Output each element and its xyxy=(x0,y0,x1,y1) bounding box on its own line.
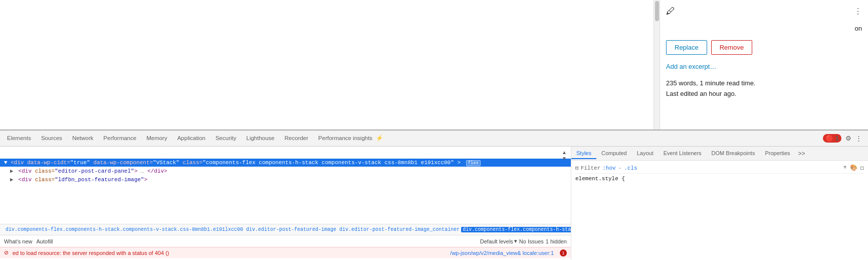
dom-scroll-up[interactable]: ▲ xyxy=(562,150,567,155)
tab-network[interactable]: Network xyxy=(67,132,98,145)
replace-button[interactable]: Replace xyxy=(666,40,707,55)
styles-panel: Styles Computed Layout Event Listeners D… xyxy=(571,147,868,260)
tab-sources[interactable]: Sources xyxy=(36,132,67,145)
post-word-count: 235 words, 1 minute read time. xyxy=(666,78,862,89)
more-options-icon[interactable]: ⋮ xyxy=(855,135,862,142)
styles-color-picker-icon[interactable]: 🎨 xyxy=(850,164,857,172)
error-badge: 🔴 1 xyxy=(823,134,841,143)
hidden-count-label: 1 hidden xyxy=(546,238,567,244)
dom-line-2[interactable]: ▶ <div class="editor-post-card-panel"> …… xyxy=(0,167,571,175)
styles-shadow-icon[interactable]: ◻ xyxy=(860,164,864,172)
editor-area xyxy=(0,0,660,129)
default-levels[interactable]: Default levels ▾ xyxy=(480,238,517,244)
tab-dom-breakpoints[interactable]: DOM Breakpoints xyxy=(707,148,760,159)
add-excerpt-link[interactable]: Add an excerpt… xyxy=(666,63,862,70)
sidebar-action-buttons: Replace Remove xyxy=(666,40,862,55)
filter-bar: What's new Autofill Default levels ▾ No … xyxy=(0,235,571,247)
flex-badge: flex xyxy=(466,160,481,166)
styles-filter-row: ⊟ Filter :hov · .cls + 🎨 ◻ xyxy=(575,163,864,174)
remove-button[interactable]: Remove xyxy=(711,40,752,55)
dom-tree: ▲ ▼ ▼ <div data-wp-c1dt="true" data-wp-c… xyxy=(0,147,571,260)
tab-performance[interactable]: Performance xyxy=(98,132,141,145)
styles-icons: + 🎨 ◻ xyxy=(843,164,864,172)
styles-tabs-more[interactable]: >> xyxy=(795,148,808,159)
filter-funnel-icon: ⊟ xyxy=(575,165,579,171)
devtools-right-icons: 🔴 1 ⚙ ⋮ xyxy=(823,134,866,143)
tab-event-listeners[interactable]: Event Listeners xyxy=(659,148,707,159)
styles-tabs: Styles Computed Layout Event Listeners D… xyxy=(571,147,868,161)
post-last-edited: Last edited an hour ago. xyxy=(666,89,862,99)
settings-icon[interactable]: ⚙ xyxy=(845,135,851,142)
error-link[interactable]: /wp-json/wp/v2/media_view& locale:user:1 xyxy=(450,250,554,256)
styles-plus-button[interactable]: + xyxy=(843,164,847,172)
sidebar-header: 🖊 ⋮ xyxy=(666,6,862,21)
tab-lighthouse[interactable]: Lighthouse xyxy=(242,132,280,145)
tab-security[interactable]: Security xyxy=(210,132,242,145)
breadcrumb-item-1[interactable]: div.components-flex.components-h-stack.c… xyxy=(4,227,245,232)
tab-styles[interactable]: Styles xyxy=(571,148,596,159)
dom-line-selected[interactable]: ▼ <div data-wp-c1dt="true" data-wp-compo… xyxy=(0,159,571,167)
error-bar: ⊘ ed to load resource: the server respon… xyxy=(0,247,571,258)
error-circle-icon: ⊘ xyxy=(4,249,9,256)
element-style-label: element.style { xyxy=(575,176,864,182)
devtools-tabs-bar: Elements Sources Network Performance Mem… xyxy=(0,131,868,147)
sidebar-panel: 🖊 ⋮ on Replace Remove Add an excerpt… 23… xyxy=(660,0,868,129)
breadcrumb-item-2[interactable]: div.editor-post-featured-image xyxy=(245,227,338,232)
error-icon: 🔴 xyxy=(825,135,833,142)
on-status: on xyxy=(666,25,862,32)
tab-recorder[interactable]: Recorder xyxy=(280,132,313,145)
performance-insights-icon: ⚡ xyxy=(376,135,383,141)
breadcrumb-item-3[interactable]: div.editor-post-featured-image_container xyxy=(338,227,461,232)
tab-computed[interactable]: Computed xyxy=(596,148,632,159)
devtools-panel: Elements Sources Network Performance Mem… xyxy=(0,129,868,260)
no-issues-label: No Issues xyxy=(519,238,544,244)
dom-area: ▲ ▼ ▼ <div data-wp-c1dt="true" data-wp-c… xyxy=(0,147,868,260)
chevron-down-icon: ▾ xyxy=(514,238,517,244)
styles-hov-button[interactable]: :hov xyxy=(602,165,615,171)
sidebar-more-button[interactable]: ⋮ xyxy=(854,7,862,16)
tab-application[interactable]: Application xyxy=(172,132,210,145)
autofill-label[interactable]: Autofill xyxy=(37,238,53,244)
error-count-badge: 1 xyxy=(560,249,567,256)
dom-line-3[interactable]: ▶ <div class="ldfbn_post-featured-image"… xyxy=(0,175,571,184)
scrollbar[interactable] xyxy=(654,0,660,129)
tab-layout[interactable]: Layout xyxy=(632,148,659,159)
tab-elements[interactable]: Elements xyxy=(2,132,36,145)
breadcrumb-bar: div.components-flex.components-h-stack.c… xyxy=(0,224,571,235)
scroll-thumb[interactable] xyxy=(655,1,659,21)
styles-cls-button[interactable]: .cls xyxy=(624,165,637,171)
breadcrumb-item-4[interactable]: div.components-flex.components-h-stack.e… xyxy=(461,227,571,232)
dom-scroll-down[interactable]: ▼ xyxy=(562,156,567,161)
whats-new-label[interactable]: What's new xyxy=(4,238,33,244)
error-message: ed to load resource: the server responde… xyxy=(13,250,169,256)
styles-content: ⊟ Filter :hov · .cls + 🎨 ◻ element.style… xyxy=(571,161,868,260)
styles-filter-label: Filter xyxy=(581,165,601,171)
tab-properties[interactable]: Properties xyxy=(760,148,795,159)
tab-memory[interactable]: Memory xyxy=(141,132,172,145)
edit-icon: 🖊 xyxy=(666,6,675,17)
tab-performance-insights[interactable]: Performance insights ⚡ xyxy=(313,132,388,146)
